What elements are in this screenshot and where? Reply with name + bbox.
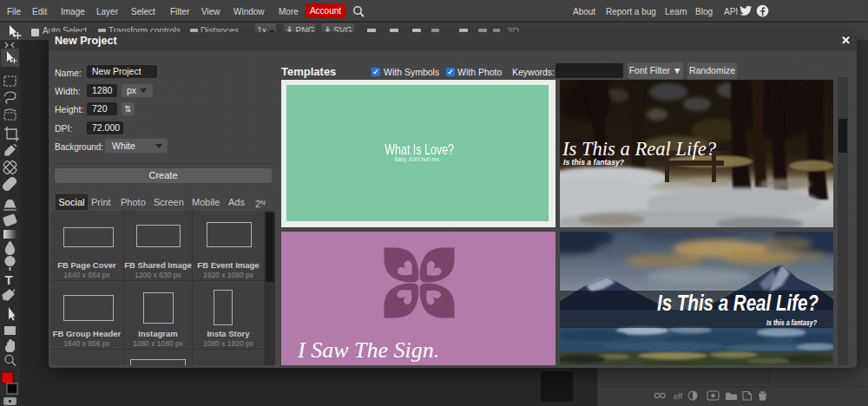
svg-text:Is this a fantasy?: Is this a fantasy? bbox=[766, 318, 818, 327]
svg-text:Is this a fantasy?: Is this a fantasy? bbox=[563, 158, 624, 167]
svg-text:Is This a Real Life?: Is This a Real Life? bbox=[657, 290, 819, 316]
svg-text:eff: eff bbox=[674, 391, 683, 401]
svg-text:Is This a Real Life?: Is This a Real Life? bbox=[562, 137, 716, 160]
svg-text:T: T bbox=[5, 272, 13, 287]
